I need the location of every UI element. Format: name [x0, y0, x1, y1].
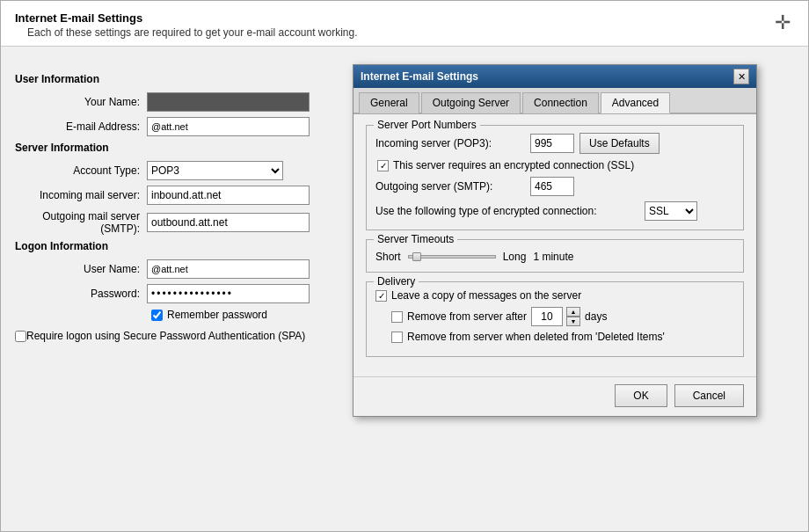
spa-checkbox[interactable]	[15, 331, 26, 342]
left-form: User Information Your Name: E-mail Addre…	[15, 61, 358, 349]
password-input[interactable]	[147, 284, 310, 303]
dialog-footer: OK Cancel	[353, 376, 756, 416]
outer-title: Internet E-mail Settings	[15, 11, 794, 25]
dialog-close-button[interactable]: ✕	[733, 69, 749, 84]
remove-after-checkbox[interactable]	[391, 311, 403, 323]
outer-body: User Information Your Name: E-mail Addre…	[1, 47, 808, 363]
days-spinner: ▲ ▼	[566, 307, 580, 326]
outgoing-port-input[interactable]	[530, 177, 574, 196]
remove-deleted-label: Remove from server when deleted from 'De…	[407, 331, 665, 343]
user-info-title: User Information	[15, 73, 358, 85]
incoming-port-row: Incoming server (POP3): Use Defaults	[375, 133, 734, 154]
encryption-row: Use the following type of encrypted conn…	[375, 201, 734, 221]
server-ports-legend: Server Port Numbers	[374, 119, 480, 131]
tab-outgoing-server[interactable]: Outgoing Server	[421, 92, 521, 113]
delivery-section: Delivery Leave a copy of messages on the…	[366, 281, 744, 357]
remove-after-row: Remove from server after ▲ ▼ days	[391, 307, 734, 326]
incoming-server-row: Incoming mail server:	[15, 186, 358, 205]
username-label: User Name:	[15, 263, 147, 275]
tab-general[interactable]: General	[359, 92, 419, 113]
username-input[interactable]	[147, 259, 310, 279]
ssl-check-row: This server requires an encrypted connec…	[377, 159, 734, 171]
server-info-title: Server Information	[15, 142, 358, 154]
server-ports-section: Server Port Numbers Incoming server (POP…	[366, 125, 744, 230]
email-row: E-mail Address:	[15, 117, 358, 136]
outer-subtitle: Each of these settings are required to g…	[27, 26, 794, 39]
outgoing-port-label: Outgoing server (SMTP):	[375, 180, 525, 193]
outgoing-port-row: Outgoing server (SMTP):	[375, 177, 734, 196]
timeout-value: 1 minute	[533, 251, 573, 263]
outer-header: Internet E-mail Settings Each of these s…	[1, 1, 808, 47]
remember-password-row: Remember password	[151, 309, 358, 321]
dialog-title: Internet E-mail Settings	[361, 70, 478, 83]
leave-copy-row: Leave a copy of messages on the server	[375, 289, 734, 302]
tab-connection[interactable]: Connection	[522, 92, 599, 113]
ssl-checkbox[interactable]	[377, 160, 389, 171]
slider-thumb[interactable]	[412, 252, 421, 261]
password-label: Password:	[15, 288, 147, 300]
days-up-button[interactable]: ▲	[566, 307, 580, 317]
days-down-button[interactable]: ▼	[566, 317, 580, 326]
remember-password-checkbox[interactable]	[151, 310, 163, 321]
outgoing-server-row: Outgoing mail server (SMTP):	[15, 210, 358, 235]
remember-password-label: Remember password	[167, 309, 267, 321]
leave-copy-checkbox[interactable]	[375, 290, 387, 302]
dialog-body: Server Port Numbers Incoming server (POP…	[353, 114, 756, 376]
outgoing-server-label: Outgoing mail server (SMTP):	[15, 210, 147, 235]
dialog-tabs: General Outgoing Server Connection Advan…	[353, 88, 756, 114]
days-label: days	[585, 310, 607, 323]
days-input[interactable]	[531, 307, 563, 326]
long-label: Long	[503, 251, 527, 263]
your-name-row: Your Name:	[15, 92, 358, 112]
logon-title: Logon Information	[15, 240, 358, 252]
use-defaults-button[interactable]: Use Defaults	[579, 133, 660, 154]
spa-row: Require logon using Secure Password Auth…	[15, 330, 358, 342]
ssl-label: This server requires an encrypted connec…	[393, 159, 634, 171]
server-timeouts-legend: Server Timeouts	[374, 233, 457, 245]
short-label: Short	[375, 251, 401, 263]
leave-copy-label: Leave a copy of messages on the server	[391, 289, 581, 302]
timeout-slider[interactable]	[408, 255, 496, 259]
delivery-legend: Delivery	[374, 275, 419, 288]
cancel-button[interactable]: Cancel	[674, 384, 744, 407]
encryption-label: Use the following type of encrypted conn…	[375, 205, 639, 217]
outgoing-server-input[interactable]	[147, 213, 310, 232]
timeout-row: Short Long 1 minute	[375, 251, 734, 263]
password-row: Password:	[15, 284, 358, 303]
email-label: E-mail Address:	[15, 120, 147, 133]
account-type-row: Account Type: POP3	[15, 161, 358, 180]
cursor-icon: ✛	[775, 11, 791, 34]
incoming-port-label: Incoming server (POP3):	[375, 137, 525, 149]
encryption-select-wrap: SSL TLS None	[645, 201, 697, 221]
your-name-label: Your Name:	[15, 96, 147, 108]
incoming-port-input[interactable]	[530, 134, 574, 153]
username-row: User Name:	[15, 259, 358, 279]
server-timeouts-section: Server Timeouts Short Long 1 minute	[366, 239, 744, 273]
spa-label: Require logon using Secure Password Auth…	[26, 330, 305, 342]
your-name-input[interactable]	[147, 92, 310, 112]
ok-button[interactable]: OK	[615, 384, 667, 407]
remove-deleted-row: Remove from server when deleted from 'De…	[391, 331, 734, 343]
tab-advanced[interactable]: Advanced	[601, 92, 670, 113]
account-type-label: Account Type:	[15, 164, 147, 177]
email-settings-dialog: Internet E-mail Settings ✕ General Outgo…	[353, 64, 757, 417]
incoming-server-label: Incoming mail server:	[15, 189, 147, 201]
account-type-select[interactable]: POP3	[147, 161, 283, 180]
dialog-titlebar: Internet E-mail Settings ✕	[353, 65, 756, 88]
encryption-select[interactable]: SSL TLS None	[645, 201, 697, 221]
email-input[interactable]	[147, 117, 310, 136]
remove-deleted-checkbox[interactable]	[391, 332, 403, 343]
account-type-select-wrap: POP3	[147, 161, 283, 180]
incoming-server-input[interactable]	[147, 186, 310, 205]
remove-after-label: Remove from server after	[407, 310, 527, 323]
outer-panel: Internet E-mail Settings Each of these s…	[0, 0, 809, 532]
